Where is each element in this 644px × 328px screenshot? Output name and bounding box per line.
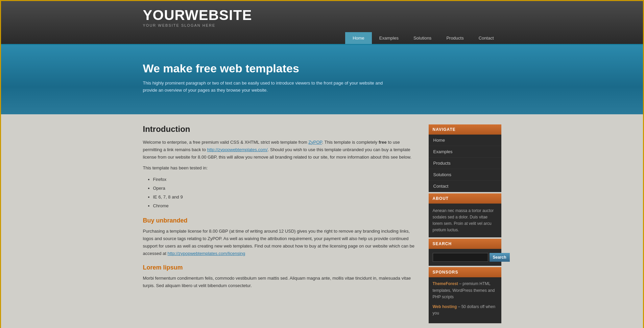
sponsor-1-text: ThemeForest – premium HTML templates, Wo… [433, 281, 497, 300]
sidebar-item-home[interactable]: Home [429, 135, 501, 146]
sidebar-search-body: Search [429, 249, 501, 266]
intro-paragraph-1: Welcome to enterprise, a free premium va… [143, 139, 419, 161]
main-content: Introduction Welcome to enterprise, a fr… [143, 124, 419, 325]
nav-item-solutions[interactable]: Solutions [406, 32, 439, 44]
buy-heading: Buy unbranded [143, 217, 419, 224]
sponsor-item-2: Web hosting – 50 dollars off when you [433, 304, 497, 317]
sidebar-sponsors-section: SPONSORS ThemeForest – premium HTML temp… [429, 267, 501, 323]
tested-list: Firefox Opera IE 6, 7, 8 and 9 Chrome [153, 175, 419, 210]
list-item: IE 6, 7, 8 and 9 [153, 193, 419, 202]
hero-text: This highly prominent paragraph or two o… [143, 80, 390, 94]
nav-item-home[interactable]: Home [345, 32, 372, 44]
hero-title: We make free web templates [143, 62, 501, 75]
site-slogan: YOUR WEBSITE SLOGAN HERE [143, 23, 501, 27]
intro-tested-label: This template has been tested in: [143, 164, 419, 172]
list-item: Opera [153, 184, 419, 193]
sidebar-about-title: ABOUT [429, 193, 501, 204]
intro-heading: Introduction [143, 124, 419, 134]
zypop-templates-link[interactable]: http://zypopwebtemplates.com/ [207, 147, 268, 152]
main-container: Introduction Welcome to enterprise, a fr… [136, 114, 508, 328]
search-input[interactable] [433, 253, 488, 262]
sidebar-item-products[interactable]: Products [429, 158, 501, 169]
hero-banner: We make free web templates This highly p… [1, 45, 643, 114]
nav-item-products[interactable]: Products [439, 32, 471, 44]
sidebar-about-text: Aenean nec massa a tortor auctor sodales… [429, 204, 501, 238]
sidebar-sponsors-body: ThemeForest – premium HTML templates, Wo… [429, 277, 501, 323]
sidebar-navigate-title: NAVIGATE [429, 124, 501, 135]
sidebar-search-title: SEARCH [429, 239, 501, 249]
sidebar: NAVIGATE Home Examples Products Solution… [429, 124, 501, 325]
sponsor-item-1: ThemeForest – premium HTML templates, Wo… [433, 281, 497, 300]
sponsor-2-text: Web hosting – 50 dollars off when you [433, 304, 497, 317]
nav-item-examples[interactable]: Examples [372, 32, 406, 44]
zypop-link[interactable]: ZyPOP [308, 140, 322, 145]
buy-paragraph: Purchasing a template license for 8.00 G… [143, 228, 419, 257]
sidebar-about-section: ABOUT Aenean nec massa a tortor auctor s… [429, 193, 501, 238]
main-nav: Home Examples Solutions Products Contact [143, 32, 501, 44]
licensing-link[interactable]: http://zypopwebtemplates.com/licensing [168, 251, 245, 256]
nav-item-contact[interactable]: Contact [471, 32, 501, 44]
lorem-heading: Lorem lipsum [143, 264, 419, 271]
lorem-paragraph: Morbi fermentum condimentum felis, commo… [143, 275, 419, 289]
sidebar-item-contact[interactable]: Contact [429, 181, 501, 192]
search-button[interactable]: Search [490, 253, 510, 262]
list-item: Firefox [153, 175, 419, 184]
themeforest-link[interactable]: ThemeForest [433, 281, 458, 286]
site-title: YOURWEBSITE [143, 7, 501, 23]
sidebar-navigate-body: Home Examples Products Solutions Contact [429, 135, 501, 192]
list-item: Chrome [153, 202, 419, 210]
sidebar-sponsors-title: SPONSORS [429, 267, 501, 277]
header: YOURWEBSITE YOUR WEBSITE SLOGAN HERE Hom… [1, 1, 643, 45]
web-hosting-link[interactable]: Web hosting [433, 304, 457, 309]
sidebar-item-solutions[interactable]: Solutions [429, 169, 501, 181]
sidebar-navigate-section: NAVIGATE Home Examples Products Solution… [429, 124, 501, 192]
sidebar-item-examples[interactable]: Examples [429, 146, 501, 158]
sidebar-search-section: SEARCH Search [429, 239, 501, 266]
